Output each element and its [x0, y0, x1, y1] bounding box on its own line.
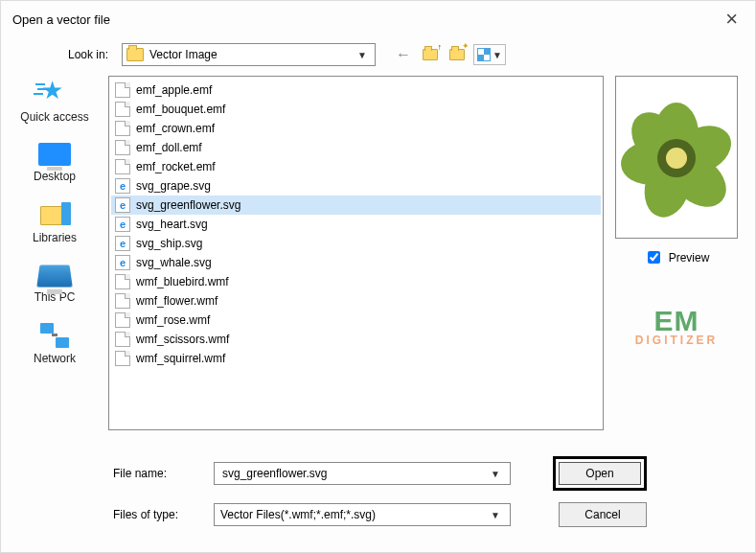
- filename-row: File name: ▼ Open: [12, 456, 744, 491]
- open-button-highlight: Open: [553, 456, 647, 491]
- places-bar: Quick access Desktop Libraries This PC N…: [7, 76, 103, 430]
- file-name: wmf_rose.wmf: [136, 313, 210, 327]
- ie-file-icon: [115, 217, 130, 232]
- titlebar: Open a vector file ×: [1, 1, 755, 39]
- document-file-icon: [115, 351, 130, 366]
- file-name: emf_apple.emf: [136, 83, 212, 97]
- file-name: svg_greenflower.svg: [136, 198, 241, 212]
- document-file-icon: [115, 140, 130, 155]
- quick-access-icon: [41, 80, 68, 106]
- file-name: wmf_flower.wmf: [136, 294, 218, 308]
- up-one-level-button[interactable]: ↑: [420, 44, 441, 65]
- place-desktop[interactable]: Desktop: [34, 143, 76, 183]
- file-name: wmf_squirrel.wmf: [136, 352, 225, 365]
- arrow-left-icon: ←: [396, 46, 411, 63]
- document-file-icon: [115, 102, 130, 117]
- chevron-down-icon: ▼: [487, 510, 504, 520]
- document-file-icon: [115, 293, 130, 309]
- file-item[interactable]: emf_crown.emf: [111, 119, 601, 138]
- place-label: Libraries: [33, 231, 77, 244]
- file-item[interactable]: wmf_scissors.wmf: [111, 330, 601, 349]
- place-label: Quick access: [20, 110, 88, 124]
- file-item[interactable]: svg_ship.svg: [111, 234, 601, 253]
- close-icon[interactable]: ×: [720, 7, 744, 32]
- grid-icon: [477, 48, 491, 61]
- lookin-dropdown[interactable]: Vector Image ▼: [122, 43, 376, 66]
- preview-pane: Preview EM DIGITIZER: [609, 76, 744, 430]
- libraries-icon: [40, 202, 69, 227]
- preview-checkbox[interactable]: Preview: [644, 248, 710, 266]
- chevron-down-icon: ▼: [487, 469, 504, 479]
- file-item[interactable]: wmf_bluebird.wmf: [111, 272, 601, 291]
- watermark: EM DIGITIZER: [635, 305, 718, 347]
- file-name: svg_ship.svg: [136, 237, 202, 250]
- ie-file-icon: [115, 178, 130, 194]
- lookin-row: Look in: Vector Image ▼ ← ↑ ✦ ▼: [1, 39, 755, 76]
- file-item[interactable]: svg_heart.svg: [111, 215, 601, 234]
- file-item[interactable]: emf_rocket.emf: [111, 157, 601, 176]
- filetype-combo[interactable]: Vector Files(*.wmf;*.emf;*.svg) ▼: [214, 503, 511, 526]
- filetype-value: Vector Files(*.wmf;*.emf;*.svg): [220, 508, 487, 521]
- place-network[interactable]: Network: [34, 323, 76, 365]
- ie-file-icon: [115, 236, 130, 251]
- preview-checkbox-label: Preview: [669, 251, 710, 265]
- file-name: svg_whale.svg: [136, 256, 212, 269]
- preview-box: [615, 76, 738, 239]
- file-item[interactable]: wmf_flower.wmf: [111, 291, 601, 311]
- file-item[interactable]: svg_whale.svg: [111, 253, 601, 272]
- file-item[interactable]: svg_greenflower.svg: [111, 196, 601, 215]
- chevron-down-icon: ▼: [354, 50, 371, 60]
- new-folder-button[interactable]: ✦: [447, 44, 468, 65]
- chevron-down-icon: ▼: [493, 50, 502, 60]
- place-quick-access[interactable]: Quick access: [20, 80, 88, 124]
- filename-input[interactable]: [220, 466, 487, 481]
- document-file-icon: [115, 312, 130, 328]
- file-name: wmf_scissors.wmf: [136, 333, 229, 346]
- file-name: svg_grape.svg: [136, 179, 211, 193]
- document-file-icon: [115, 332, 130, 347]
- place-this-pc[interactable]: This PC: [34, 264, 76, 304]
- preview-checkbox-input[interactable]: [648, 251, 660, 264]
- file-name: wmf_bluebird.wmf: [136, 275, 229, 288]
- folder-icon: [423, 49, 438, 60]
- file-item[interactable]: wmf_squirrel.wmf: [111, 349, 601, 368]
- document-file-icon: [115, 82, 130, 98]
- file-item[interactable]: emf_bouquet.emf: [111, 100, 601, 119]
- preview-image: [629, 104, 724, 210]
- watermark-line2: DIGITIZER: [635, 334, 718, 347]
- document-file-icon: [115, 121, 130, 136]
- bottom-controls: File name: ▼ Open Files of type: Vector …: [1, 456, 755, 539]
- dialog-title: Open a vector file: [12, 12, 110, 27]
- this-pc-icon: [36, 265, 72, 288]
- place-libraries[interactable]: Libraries: [33, 202, 77, 244]
- open-file-dialog: Open a vector file × Look in: Vector Ima…: [0, 0, 756, 553]
- ie-file-icon: [115, 255, 130, 270]
- file-item[interactable]: emf_doll.emf: [111, 138, 601, 157]
- place-label: Desktop: [34, 170, 76, 183]
- filename-label: File name:: [12, 467, 204, 480]
- file-name: svg_heart.svg: [136, 218, 208, 231]
- file-list[interactable]: emf_apple.emfemf_bouquet.emfemf_crown.em…: [108, 76, 604, 430]
- filetype-label: Files of type:: [12, 508, 204, 521]
- nav-toolbar: ← ↑ ✦ ▼: [393, 44, 506, 65]
- file-name: emf_doll.emf: [136, 141, 202, 154]
- network-icon: [40, 323, 69, 348]
- file-item[interactable]: wmf_rose.wmf: [111, 311, 601, 330]
- cancel-button[interactable]: Cancel: [559, 502, 647, 527]
- back-button[interactable]: ←: [393, 44, 414, 65]
- lookin-label: Look in:: [12, 48, 108, 61]
- view-menu-button[interactable]: ▼: [473, 44, 506, 65]
- file-name: emf_bouquet.emf: [136, 103, 225, 116]
- ie-file-icon: [115, 197, 130, 213]
- document-file-icon: [115, 159, 130, 174]
- lookin-value: Vector Image: [149, 48, 354, 61]
- open-button[interactable]: Open: [559, 462, 641, 485]
- filetype-row: Files of type: Vector Files(*.wmf;*.emf;…: [12, 502, 744, 527]
- place-label: Network: [34, 352, 76, 365]
- file-item[interactable]: svg_grape.svg: [111, 176, 601, 196]
- file-name: emf_crown.emf: [136, 122, 215, 135]
- file-item[interactable]: emf_apple.emf: [111, 81, 601, 100]
- file-name: emf_rocket.emf: [136, 160, 216, 173]
- sparkle-icon: ✦: [462, 41, 470, 51]
- filename-combo[interactable]: ▼: [214, 462, 511, 485]
